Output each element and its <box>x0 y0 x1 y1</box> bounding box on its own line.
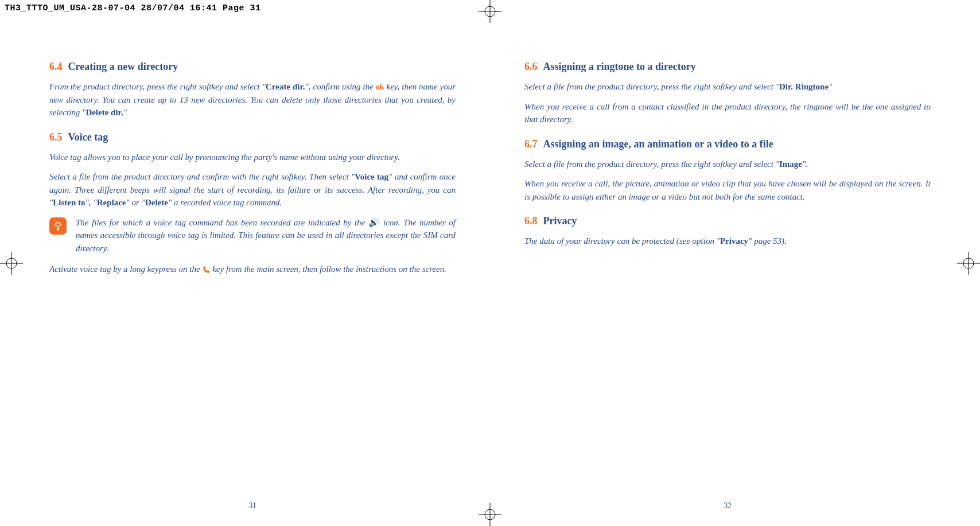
heading-number: 6.4 <box>49 61 63 72</box>
para-6-7-2: When you receive a call, the picture, an… <box>524 177 931 203</box>
heading-6-7: 6.7Assigning an image, an animation or a… <box>524 137 931 152</box>
tip-text: The files for which a voice tag command … <box>76 216 456 255</box>
para-6-5-1: Voice tag allows you to place your call … <box>49 151 456 164</box>
heading-number: 6.7 <box>524 138 538 150</box>
heading-title: Creating a new directory <box>68 61 178 72</box>
para-6-5-2: Select a file from the product directory… <box>49 170 456 209</box>
page-number-right: 32 <box>724 500 732 512</box>
tip-lightbulb-icon <box>49 217 67 235</box>
heading-6-8: 6.8Privacy <box>524 213 931 229</box>
para-6-6-2: When you receive a call from a contact c… <box>524 100 931 126</box>
page-spread: 6.4Creating a new directory From the pro… <box>49 49 931 480</box>
heading-title: Voice tag <box>68 131 108 143</box>
heading-number: 6.6 <box>524 61 538 72</box>
registration-mark-right <box>957 252 980 275</box>
tip-row: The files for which a voice tag command … <box>49 216 456 255</box>
registration-mark-bottom <box>479 503 501 526</box>
para-6-4-1: From the product directory, press the ri… <box>49 80 456 119</box>
para-6-5-3: Activate voice tag by a long keypress on… <box>49 263 456 276</box>
heading-number: 6.8 <box>524 215 538 227</box>
heading-title: Assigning a ringtone to a directory <box>543 61 696 72</box>
registration-mark-left <box>0 252 23 275</box>
heading-6-6: 6.6Assigning a ringtone to a directory <box>524 59 931 75</box>
para-6-7-1: Select a file from the product directory… <box>524 158 931 171</box>
heading-title: Privacy <box>543 215 577 227</box>
heading-6-5: 6.5Voice tag <box>49 130 456 145</box>
speaker-icon: 🔊 <box>368 218 380 227</box>
page-left: 6.4Creating a new directory From the pro… <box>49 49 456 480</box>
heading-6-4: 6.4Creating a new directory <box>49 59 456 75</box>
print-header: TH3_TTTO_UM_USA-28-07-04 28/07/04 16:41 … <box>0 0 266 17</box>
svg-point-12 <box>56 223 60 227</box>
heading-number: 6.5 <box>49 131 63 143</box>
ok-key-icon: ok <box>376 83 384 91</box>
para-6-8-1: The data of your directory can be protec… <box>524 235 931 248</box>
para-6-6-1: Select a file from the product directory… <box>524 80 931 93</box>
registration-mark-top <box>479 0 501 23</box>
page-number-left: 31 <box>248 500 256 512</box>
page-right: 6.6Assigning a ringtone to a directory S… <box>524 49 931 480</box>
heading-title: Assigning an image, an animation or a vi… <box>543 138 773 150</box>
call-key-icon <box>202 264 212 274</box>
